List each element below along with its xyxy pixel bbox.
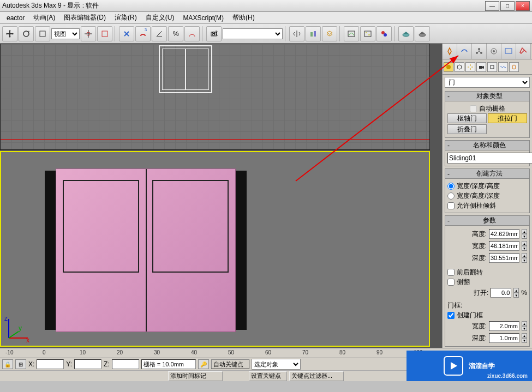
- open-spinner[interactable]: ▲▼: [513, 288, 519, 298]
- material-editor-icon[interactable]: [376, 26, 392, 41]
- folding-door-button[interactable]: 折叠门: [447, 124, 487, 134]
- mirror-icon[interactable]: [289, 26, 304, 41]
- geometry-type-dropdown[interactable]: 门: [445, 77, 530, 88]
- quick-render-icon[interactable]: [415, 26, 430, 41]
- wdh-radio[interactable]: [447, 183, 455, 190]
- open-input[interactable]: [491, 288, 511, 298]
- menu-reactor[interactable]: eactor: [2, 13, 29, 23]
- width-spinner[interactable]: ▲▼: [522, 241, 527, 251]
- tilt-label: 允许侧柱倾斜: [457, 201, 496, 210]
- select-manip-icon[interactable]: [97, 26, 112, 41]
- keyboard-shortcut-icon[interactable]: [119, 26, 134, 41]
- fwidth-input[interactable]: [489, 321, 519, 331]
- keymode-dropdown[interactable]: 选定对象: [252, 359, 301, 370]
- sub-shapes-icon[interactable]: [455, 62, 464, 72]
- keyfilter-button[interactable]: 关键点过滤器...: [289, 371, 344, 381]
- command-tabs: [443, 44, 532, 59]
- setkey-button[interactable]: 设置关键点: [249, 371, 287, 381]
- tab-modify[interactable]: [457, 44, 472, 59]
- move-tool-icon[interactable]: [2, 26, 17, 41]
- menu-customize[interactable]: 自定义(U): [141, 12, 179, 23]
- tick: 50: [228, 349, 234, 355]
- grid: [1, 44, 429, 149]
- maximize-button[interactable]: □: [500, 1, 515, 11]
- height-input[interactable]: [489, 229, 519, 239]
- lock-icon[interactable]: 🔒: [2, 359, 13, 369]
- menu-rendering[interactable]: 渲染(R): [110, 12, 141, 23]
- tab-create[interactable]: [443, 44, 457, 59]
- close-button[interactable]: ×: [516, 1, 530, 11]
- tab-display[interactable]: [501, 44, 516, 59]
- menu-maxscript[interactable]: MAXScript(M): [178, 13, 228, 23]
- fbflip-checkbox[interactable]: [447, 269, 455, 276]
- door-split: [146, 169, 147, 331]
- autokey-button[interactable]: 自动关键点: [211, 359, 249, 369]
- coord-z-field[interactable]: [112, 359, 139, 369]
- pivot-door-button[interactable]: 枢轴门: [447, 113, 487, 123]
- rollout-header[interactable]: -参数: [445, 216, 529, 226]
- transform-typein-icon[interactable]: ⊞: [15, 359, 26, 369]
- named-selection-dropdown[interactable]: [223, 28, 283, 39]
- spinner-snap-icon[interactable]: [184, 26, 200, 41]
- coord-z-label: Z:: [104, 360, 110, 368]
- title-bar: Autodesk 3ds Max 9 - 显示 : 软件 — □ ×: [0, 0, 532, 12]
- wdh-label: 宽度/深度/高度: [457, 182, 500, 191]
- percent-snap-icon[interactable]: %: [168, 26, 183, 41]
- sub-geometry-icon[interactable]: [444, 62, 453, 72]
- menu-bar: eactor 动画(A) 图表编辑器(D) 渲染(R) 自定义(U) MAXSc…: [0, 12, 532, 24]
- tab-utilities[interactable]: [516, 44, 531, 59]
- rotate-tool-icon[interactable]: [19, 26, 34, 41]
- sub-systems-icon[interactable]: [509, 62, 519, 72]
- rollout-header[interactable]: -创建方法: [445, 169, 529, 179]
- scale-tool-icon[interactable]: [35, 26, 50, 41]
- coord-x-field[interactable]: [37, 359, 64, 369]
- addtime-button[interactable]: 添加时间标记: [168, 371, 223, 381]
- autogrid-checkbox[interactable]: [470, 105, 477, 112]
- whd-radio[interactable]: [447, 192, 455, 200]
- named-sel-icon[interactable]: abc: [206, 26, 222, 41]
- rollout-header[interactable]: -对象类型: [445, 92, 529, 101]
- rollout-header[interactable]: -名称和颜色: [445, 141, 529, 150]
- fdepth-input[interactable]: [489, 333, 519, 343]
- tilt-checkbox[interactable]: [447, 202, 455, 209]
- main-area: x z y 门: [0, 44, 532, 348]
- menu-help[interactable]: 帮助(H): [228, 12, 259, 23]
- sub-cameras-icon[interactable]: [476, 62, 486, 72]
- key-icon[interactable]: 🔑: [198, 359, 209, 369]
- object-name-input[interactable]: [447, 153, 532, 164]
- tab-motion[interactable]: [487, 44, 501, 59]
- viewport-top[interactable]: [0, 44, 430, 150]
- render-scene-icon[interactable]: [398, 26, 414, 41]
- svg-text:%: %: [173, 30, 179, 38]
- fwidth-spinner[interactable]: ▲▼: [522, 321, 527, 331]
- viewport-perspective[interactable]: x z y: [0, 151, 430, 347]
- menu-animation[interactable]: 动画(A): [29, 12, 59, 23]
- fdepth-spinner[interactable]: ▲▼: [522, 333, 527, 343]
- align-icon[interactable]: [306, 26, 321, 41]
- schematic-view-icon[interactable]: [360, 26, 375, 41]
- depth-input[interactable]: [489, 253, 519, 263]
- depth-spinner[interactable]: ▲▼: [522, 253, 527, 263]
- width-input[interactable]: [489, 241, 519, 251]
- app-title: Autodesk 3ds Max 9 - 显示 : 软件: [2, 1, 485, 10]
- open-label: 打开:: [447, 288, 488, 298]
- ref-coord-dropdown[interactable]: 视图: [51, 28, 80, 39]
- angle-snap-icon[interactable]: [152, 26, 167, 41]
- layers-icon[interactable]: [322, 26, 337, 41]
- sliding-door-button[interactable]: 推拉门: [488, 113, 527, 123]
- axis-gizmo: x z y: [3, 316, 31, 343]
- sideflip-checkbox[interactable]: [447, 279, 455, 286]
- door-frame-left: [45, 171, 56, 330]
- sub-spacewarp-icon[interactable]: [498, 62, 508, 72]
- height-spinner[interactable]: ▲▼: [522, 229, 527, 239]
- minimize-button[interactable]: —: [485, 1, 499, 11]
- sub-helpers-icon[interactable]: [487, 62, 497, 72]
- tab-hierarchy[interactable]: [472, 44, 487, 59]
- coord-y-field[interactable]: [74, 359, 101, 369]
- menu-graph-editors[interactable]: 图表编辑器(D): [59, 12, 110, 23]
- sub-lights-icon[interactable]: [465, 62, 475, 72]
- snap-toggle-icon[interactable]: 3: [135, 26, 151, 41]
- curve-editor-icon[interactable]: [344, 26, 359, 41]
- pivot-center-icon[interactable]: [81, 26, 96, 41]
- createframe-checkbox[interactable]: [447, 312, 455, 319]
